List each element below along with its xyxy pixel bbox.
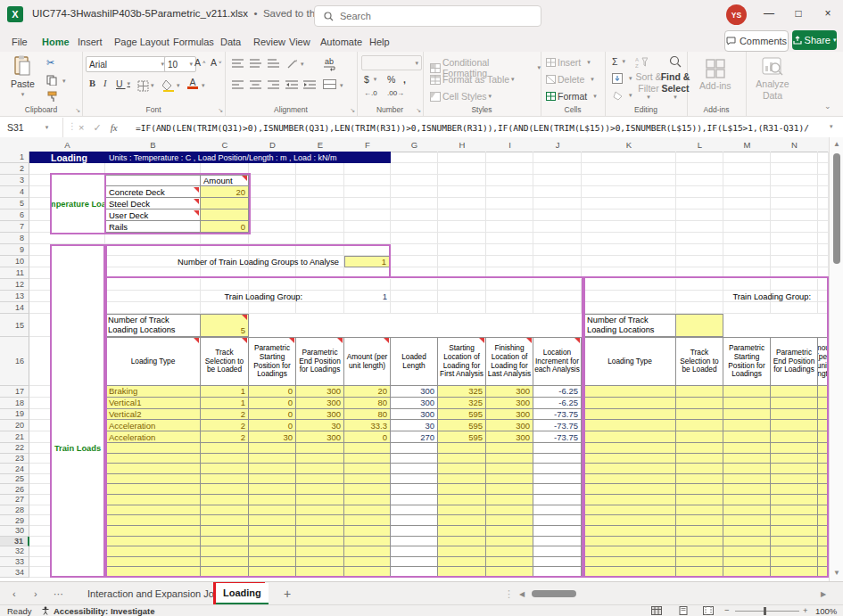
share-button[interactable]: Share▾ bbox=[792, 30, 837, 50]
increase-indent-icon[interactable] bbox=[303, 80, 316, 89]
orientation-dropdown[interactable]: ▾ bbox=[301, 61, 304, 68]
align-center-icon[interactable] bbox=[250, 80, 261, 89]
scroll-up-icon[interactable]: ▲ bbox=[833, 140, 840, 148]
row-header-25[interactable]: 25 bbox=[0, 474, 29, 485]
row-header-26[interactable]: 26 bbox=[0, 484, 29, 495]
next-sheet-icon[interactable]: › bbox=[34, 582, 37, 605]
column-header-L[interactable]: L bbox=[676, 137, 724, 152]
find-select-icon[interactable] bbox=[669, 55, 682, 68]
maximize-button[interactable]: □ bbox=[784, 0, 813, 27]
increase-decimal-icon[interactable]: ←.0 bbox=[364, 89, 377, 97]
format-as-table-button[interactable]: Format as Table▾ bbox=[430, 74, 515, 85]
row-header-21[interactable]: 21 bbox=[0, 431, 29, 443]
zoom-out-icon[interactable]: − bbox=[724, 605, 730, 615]
add-sheet-icon[interactable]: + bbox=[284, 582, 291, 605]
comma-icon[interactable]: , bbox=[403, 74, 406, 85]
column-header-K[interactable]: K bbox=[582, 137, 677, 152]
more-sheets-icon[interactable]: ⋯ bbox=[54, 582, 64, 605]
column-header-E[interactable]: E bbox=[296, 137, 345, 152]
cell-styles-button[interactable]: Cell Styles▾ bbox=[430, 91, 492, 102]
row-header-13[interactable]: 13 bbox=[0, 291, 29, 302]
hscroll-right-icon[interactable]: ▶ bbox=[821, 582, 826, 605]
align-bottom-icon[interactable] bbox=[268, 59, 279, 68]
row-header-7[interactable]: 7 bbox=[0, 221, 29, 233]
number-dialog-launcher[interactable]: ↘ bbox=[416, 107, 421, 114]
document-title[interactable]: UIC774-3HwashilP403b-5Parametric_v211.xl… bbox=[32, 8, 345, 19]
align-middle-icon[interactable] bbox=[250, 59, 261, 68]
sheet-tab-interaction[interactable]: Interaction and Expansion Joint bbox=[79, 582, 235, 605]
accessibility-status[interactable]: Accessibility: Investigate bbox=[54, 606, 155, 616]
row-header-14[interactable]: 14 bbox=[0, 302, 29, 314]
find-select-button[interactable]: Find & Select▾ bbox=[660, 71, 690, 102]
paste-button[interactable]: Paste▾ bbox=[11, 55, 35, 98]
page-break-view-icon[interactable] bbox=[703, 606, 714, 615]
row-header-19[interactable]: 19 bbox=[0, 409, 29, 421]
font-color-icon[interactable]: A bbox=[187, 78, 198, 89]
column-header-J[interactable]: J bbox=[533, 137, 583, 152]
row-header-28[interactable]: 28 bbox=[0, 505, 29, 516]
column-header-N[interactable]: N bbox=[771, 137, 819, 152]
tab-formulas[interactable]: Formulas bbox=[170, 32, 217, 52]
row-header-31[interactable]: 31 bbox=[0, 537, 29, 547]
row-header-11[interactable]: 11 bbox=[0, 267, 29, 279]
clipboard-dialog-launcher[interactable]: ↘ bbox=[75, 107, 80, 114]
close-button[interactable]: × bbox=[814, 0, 842, 27]
row-header-2[interactable]: 2 bbox=[0, 163, 29, 175]
column-header-H[interactable]: H bbox=[438, 137, 487, 152]
clear-icon[interactable]: ▾ bbox=[612, 90, 632, 101]
row-header-12[interactable]: 12 bbox=[0, 279, 29, 291]
font-name-select[interactable]: Arial▾ bbox=[86, 56, 168, 72]
scroll-down-icon[interactable]: ▼ bbox=[833, 569, 840, 577]
avatar[interactable]: YS bbox=[726, 4, 747, 25]
column-header-M[interactable]: M bbox=[723, 137, 772, 152]
copy-icon[interactable] bbox=[46, 75, 57, 86]
fx-icon[interactable]: fx bbox=[111, 122, 118, 133]
row-header-4[interactable]: 4 bbox=[0, 186, 29, 198]
format-painter-icon[interactable] bbox=[46, 91, 58, 103]
font-size-select[interactable]: 10▾ bbox=[164, 56, 196, 72]
minimize-button[interactable]: — bbox=[755, 0, 783, 27]
decrease-indent-icon[interactable] bbox=[285, 80, 298, 89]
zoom-slider-thumb[interactable] bbox=[764, 607, 766, 615]
font-dialog-launcher[interactable]: ↘ bbox=[218, 107, 223, 114]
spreadsheet-grid[interactable]: ABCDEFGHIJKLMN12345678910111213141516171… bbox=[0, 137, 843, 581]
merge-dropdown[interactable]: ▾ bbox=[340, 82, 343, 89]
tab-view[interactable]: View bbox=[286, 32, 313, 52]
name-box[interactable]: S31▾ bbox=[0, 118, 63, 137]
zoom-level[interactable]: 100% bbox=[815, 606, 837, 616]
comments-button[interactable]: Comments bbox=[724, 30, 789, 52]
row-header-32[interactable]: 32 bbox=[0, 546, 29, 557]
row-header-6[interactable]: 6 bbox=[0, 209, 29, 221]
column-header-D[interactable]: D bbox=[249, 137, 297, 152]
tab-review[interactable]: Review bbox=[251, 32, 288, 52]
row-header-34[interactable]: 34 bbox=[0, 567, 29, 578]
alignment-dialog-launcher[interactable]: ↘ bbox=[350, 107, 355, 114]
row-header-5[interactable]: 5 bbox=[0, 198, 29, 209]
row-header-23[interactable]: 23 bbox=[0, 454, 29, 464]
ribbon-collapse-icon[interactable]: ⌄ bbox=[824, 102, 831, 111]
tab-automate[interactable]: Automate bbox=[318, 32, 365, 52]
row-header-3[interactable]: 3 bbox=[0, 175, 29, 186]
column-header-C[interactable]: C bbox=[201, 137, 250, 152]
column-header-B[interactable]: B bbox=[105, 137, 202, 152]
hscroll-thumb[interactable] bbox=[532, 590, 576, 597]
row-header-22[interactable]: 22 bbox=[0, 443, 29, 454]
align-right-icon[interactable] bbox=[268, 80, 279, 89]
vertical-scrollbar[interactable]: ▲ ▼ bbox=[829, 137, 843, 581]
font-color-dropdown[interactable]: ▾ bbox=[202, 82, 205, 89]
row-header-29[interactable]: 29 bbox=[0, 515, 29, 526]
row-header-18[interactable]: 18 bbox=[0, 398, 29, 409]
column-header-I[interactable]: I bbox=[486, 137, 534, 152]
fill-down-icon[interactable]: ▾ bbox=[612, 73, 632, 84]
decrease-font-icon[interactable]: A˅ bbox=[211, 57, 222, 68]
bold-button[interactable]: B bbox=[89, 78, 95, 88]
column-header-F[interactable]: F bbox=[344, 137, 392, 152]
align-left-icon[interactable] bbox=[232, 80, 244, 89]
addins-button[interactable]: Add-ins bbox=[699, 59, 731, 91]
formula-bar-expand-icon[interactable]: ▾ bbox=[830, 123, 833, 130]
orientation-icon[interactable] bbox=[287, 58, 298, 69]
italic-button[interactable]: I bbox=[103, 78, 107, 88]
row-header-16[interactable]: 16 bbox=[0, 337, 29, 386]
cancel-icon[interactable]: × bbox=[79, 122, 84, 133]
insert-cells-button[interactable]: Insert ▾ bbox=[546, 57, 591, 68]
